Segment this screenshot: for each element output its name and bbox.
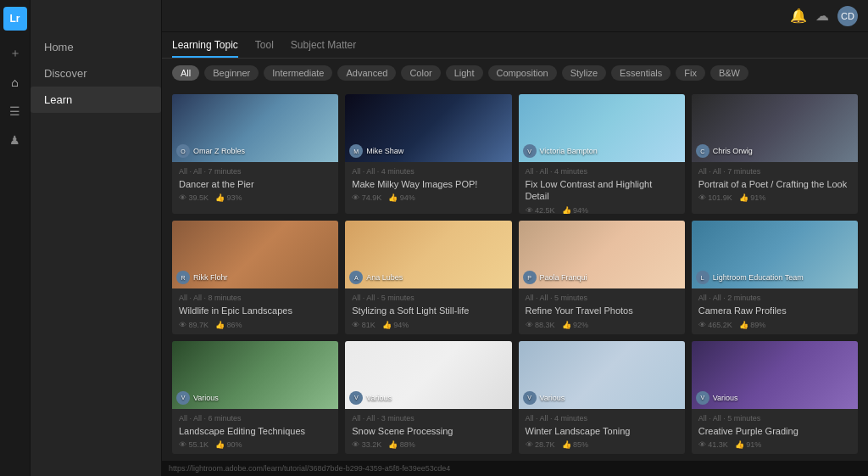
filter-intermediate[interactable]: Intermediate — [264, 65, 332, 81]
card-rating: 👍 90% — [215, 440, 242, 449]
author-name: Paola Franqui — [540, 273, 587, 282]
card-views: 👁 88.3K — [526, 321, 555, 329]
card-item[interactable]: V Various All · All · 4 minutes Winter L… — [519, 341, 685, 454]
filter-fix[interactable]: Fix — [676, 65, 705, 81]
card-thumbnail: O Omar Z Robles — [172, 94, 338, 162]
card-title: Camera Raw Profiles — [698, 305, 851, 316]
card-item[interactable]: O Omar Z Robles All · All · 7 minutes Da… — [172, 94, 338, 214]
card-meta: All · All · 5 minutes — [352, 294, 504, 302]
tab-subject-matter[interactable]: Subject Matter — [291, 39, 356, 58]
card-item[interactable]: C Chris Orwig All · All · 7 minutes Port… — [692, 94, 858, 214]
people-icon[interactable]: ♟ — [3, 127, 28, 153]
author-avatar: A — [349, 271, 363, 284]
card-meta: All · All · 5 minutes — [526, 294, 678, 302]
notifications-icon[interactable]: 🔔 — [790, 8, 807, 24]
author-name: Rikk Flohr — [193, 273, 228, 282]
card-title: Make Milky Way Images POP! — [352, 178, 504, 190]
filter-beginner[interactable]: Beginner — [204, 65, 259, 81]
author-name: Victoria Bampton — [540, 147, 598, 155]
filter-bar: All Beginner Intermediate Advanced Color… — [162, 59, 868, 87]
author-avatar: R — [176, 271, 190, 284]
card-stats: 👁 74.9K 👍 94% — [352, 193, 504, 202]
card-item[interactable]: V Various All · All · 5 minutes Creative… — [692, 341, 858, 454]
author-name: Various — [713, 394, 738, 402]
card-stats: 👁 33.2K 👍 88% — [352, 440, 504, 449]
card-title: Dancer at the Pier — [179, 178, 331, 190]
library-icon[interactable]: ☰ — [3, 98, 28, 124]
filter-all[interactable]: All — [172, 65, 199, 81]
card-meta: All · All · 4 minutes — [526, 167, 678, 176]
card-rating: 👍 94% — [382, 321, 409, 329]
card-stats: 👁 55.1K 👍 90% — [179, 440, 331, 449]
card-info: All · All · 2 minutes Camera Raw Profile… — [692, 288, 858, 333]
card-thumbnail: L Lightroom Education Team — [692, 221, 858, 288]
card-item[interactable]: V Various All · All · 6 minutes Landscap… — [172, 341, 338, 454]
card-item[interactable]: V Victoria Bampton All · All · 4 minutes… — [519, 94, 685, 214]
card-author: V Various — [523, 391, 565, 405]
card-rating: 👍 88% — [388, 440, 415, 449]
card-stats: 👁 28.7K 👍 85% — [526, 440, 678, 449]
sidebar-item-home[interactable]: Home — [31, 34, 161, 60]
card-item[interactable]: L Lightroom Education Team All · All · 2… — [692, 221, 858, 333]
card-thumbnail: M Mike Shaw — [345, 94, 511, 162]
author-name: Mike Shaw — [366, 147, 403, 155]
card-meta: All · All · 4 minutes — [526, 414, 678, 423]
sidebar-item-discover[interactable]: Discover — [31, 60, 161, 87]
author-name: Lightroom Education Team — [713, 273, 804, 282]
card-views: 👁 55.1K — [179, 440, 209, 449]
card-author: V Various — [349, 391, 392, 405]
filter-essentials[interactable]: Essentials — [611, 65, 670, 81]
card-rating: 👍 89% — [739, 321, 766, 329]
card-title: Fix Low Contrast and Highlight Detail — [526, 178, 678, 203]
add-icon[interactable]: ＋ — [3, 41, 28, 66]
filter-color[interactable]: Color — [401, 65, 440, 81]
card-meta: All · All · 2 minutes — [698, 294, 851, 302]
avatar[interactable]: CD — [837, 6, 858, 26]
card-meta: All · All · 6 minutes — [179, 414, 331, 423]
card-item[interactable]: P Paola Franqui All · All · 5 minutes Re… — [519, 221, 685, 333]
author-name: Chris Orwig — [713, 147, 753, 155]
main-content: 🔔 ☁ CD Learning Topic Tool Subject Matte… — [162, 0, 868, 476]
card-author: M Mike Shaw — [349, 144, 403, 158]
card-title: Refine Your Travel Photos — [526, 305, 678, 316]
card-meta: All · All · 7 minutes — [698, 167, 851, 176]
card-thumbnail: A Ana Lubes — [345, 221, 511, 288]
card-item[interactable]: V Various All · All · 3 minutes Snow Sce… — [345, 341, 511, 454]
status-bar: https://lightroom.adobe.com/learn/tutori… — [162, 461, 868, 476]
card-item[interactable]: M Mike Shaw All · All · 4 minutes Make M… — [345, 94, 511, 214]
tab-learning-topic[interactable]: Learning Topic — [172, 39, 238, 58]
card-rating: 👍 91% — [735, 440, 762, 449]
filter-bw[interactable]: B&W — [710, 65, 748, 81]
card-rating: 👍 94% — [562, 206, 589, 215]
author-avatar: M — [349, 144, 363, 158]
card-item[interactable]: A Ana Lubes All · All · 5 minutes Styliz… — [345, 221, 511, 333]
author-avatar: C — [696, 144, 709, 158]
card-info: All · All · 5 minutes Stylizing a Soft L… — [345, 288, 511, 333]
tab-tool[interactable]: Tool — [255, 39, 274, 58]
filter-light[interactable]: Light — [446, 65, 483, 81]
author-avatar: V — [349, 391, 363, 405]
card-item[interactable]: R Rikk Flohr All · All · 8 minutes Wildl… — [172, 221, 338, 333]
tab-bar: Learning Topic Tool Subject Matter — [162, 32, 868, 59]
card-views: 👁 41.3K — [698, 440, 728, 449]
card-thumbnail: V Various — [172, 341, 338, 409]
filter-stylize[interactable]: Stylize — [562, 65, 606, 81]
author-name: Various — [540, 394, 565, 402]
card-rating: 👍 94% — [388, 193, 415, 202]
card-thumbnail: V Various — [692, 341, 858, 409]
sidebar-item-learn[interactable]: Learn — [31, 87, 161, 113]
card-thumbnail: V Various — [345, 341, 511, 409]
card-views: 👁 465.2K — [698, 321, 732, 329]
filter-composition[interactable]: Composition — [488, 65, 557, 81]
home-icon[interactable]: ⌂ — [3, 70, 28, 95]
cloud-icon[interactable]: ☁ — [815, 8, 829, 24]
card-views: 👁 28.7K — [526, 440, 555, 449]
card-thumbnail: C Chris Orwig — [692, 94, 858, 162]
card-author: C Chris Orwig — [696, 144, 753, 158]
author-avatar: V — [523, 144, 537, 158]
card-author: V Victoria Bampton — [523, 144, 598, 158]
card-stats: 👁 39.5K 👍 93% — [179, 193, 331, 202]
filter-advanced[interactable]: Advanced — [337, 65, 396, 81]
card-views: 👁 39.5K — [179, 193, 209, 202]
author-name: Omar Z Robles — [193, 147, 245, 155]
